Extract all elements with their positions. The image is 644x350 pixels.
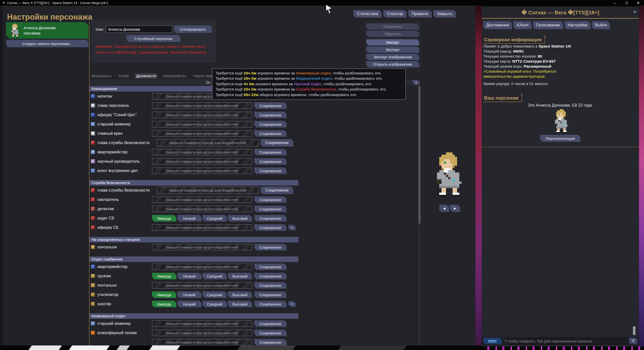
job-loadout-button[interactable]: Снаряжение: [254, 273, 287, 279]
job-loadout-button[interactable]: Снаряжение: [254, 149, 287, 155]
job-loadout-button[interactable]: Снаряжение: [254, 196, 287, 203]
priority-button-Низкий[interactable]: Низкий: [177, 215, 202, 222]
text-segment: 20ч 0м: [244, 87, 257, 91]
top-action-закрыть[interactable]: Закрыть: [433, 10, 456, 18]
panel-button-АХелп[interactable]: АХелп: [513, 21, 532, 29]
job-loadout-button[interactable]: Снаряжение: [261, 187, 293, 194]
chevron-down-icon[interactable]: ▼: [288, 301, 296, 307]
job-loadout-button[interactable]: Снаряжение: [254, 291, 287, 298]
new-character-button[interactable]: Создать нового персонажа...: [6, 40, 89, 47]
job-loadout-button[interactable]: Снаряжение: [254, 112, 287, 118]
preview-rotate-left-button[interactable]: ◀: [439, 205, 449, 212]
panel-button-Достижения[interactable]: Достижения: [483, 21, 512, 29]
preview-rotate-right-button[interactable]: ▶: [450, 205, 460, 212]
priority-button-Средний[interactable]: Средний: [203, 291, 227, 298]
name-input[interactable]: [106, 25, 173, 33]
tab-Голос[interactable]: Голос: [117, 73, 131, 79]
job-loadout-button[interactable]: Снаряжение: [254, 167, 287, 174]
job-locked-bar[interactable]: Закрыто (наведите курсор для подробносте…: [152, 206, 252, 212]
minimize-button[interactable]: –: [609, 0, 621, 6]
restore-button[interactable]: [621, 0, 632, 6]
priority-button-Средний[interactable]: Средний: [203, 215, 227, 222]
priority-button-Низкий[interactable]: Низкий: [177, 301, 202, 307]
chat-scrollbar-thumb[interactable]: [633, 326, 635, 335]
job-locked-bar[interactable]: Закрыто (наведите курсор для подробносте…: [152, 130, 252, 137]
chat-filter-button[interactable]: [629, 338, 637, 344]
job-loadout-button[interactable]: Снаряжение: [254, 264, 287, 270]
priority-button-Высокий[interactable]: Высокий: [228, 273, 252, 279]
priority-button-Средний[interactable]: Средний: [203, 301, 227, 307]
panel-button-Голосование[interactable]: Голосование: [533, 21, 563, 29]
io-button[interactable]: Экспорт изображения: [366, 54, 419, 60]
job-loadout-button[interactable]: Снаряжение: [254, 320, 287, 327]
job-locked-bar[interactable]: Закрыто (наведите курсор для подробносте…: [152, 102, 252, 109]
job-loadout-button[interactable]: Снаряжение: [254, 158, 287, 165]
top-action-спонсор[interactable]: Спонсор: [383, 10, 407, 18]
job-loadout-button[interactable]: Снаряжение: [254, 102, 287, 109]
random-character-button[interactable]: Случайный персонаж: [127, 35, 180, 42]
io-button[interactable]: Сбросить: [366, 31, 419, 37]
io-button[interactable]: Импорт: [366, 39, 419, 46]
job-locked-bar[interactable]: Закрыто (наведите курсор для подробносте…: [152, 244, 252, 250]
tooltip-line: Требуется ещё 20ч 0м игрового времени за…: [216, 70, 402, 76]
tab-Внешность[interactable]: Внешность: [90, 73, 113, 79]
job-locked-bar[interactable]: Закрыто (наведите курсор для подробносте…: [152, 167, 252, 174]
job-locked-bar[interactable]: Закрыто (наведите курсор для подробносте…: [152, 112, 252, 118]
chevron-down-icon[interactable]: ▼: [413, 80, 420, 85]
top-action-правила[interactable]: Правила: [408, 10, 432, 18]
job-loadout-button[interactable]: Снаряжение: [254, 206, 287, 212]
job-loadout-button[interactable]: Снаряжение: [254, 301, 287, 307]
generate-name-button[interactable]: Сгенерировать: [174, 25, 212, 33]
job-locked-bar[interactable]: Закрыто (наведите курсор для подробносте…: [157, 139, 259, 147]
job-locked-bar[interactable]: Закрыто (наведите курсор для подробносте…: [152, 330, 252, 336]
priority-button-Никогда[interactable]: Никогда: [152, 273, 176, 279]
job-locked-bar[interactable]: Закрыто (наведите курсор для подробносте…: [152, 158, 252, 165]
priority-button-Никогда[interactable]: Никогда: [152, 291, 176, 298]
chevron-down-icon[interactable]: ▼: [288, 225, 296, 230]
io-button[interactable]: Открыть изображения: [366, 61, 419, 67]
job-loadout-button[interactable]: Снаряжение: [254, 224, 287, 231]
priority-button-Высокий[interactable]: Высокий: [228, 291, 252, 298]
panel-button-Настройки[interactable]: Настройки: [565, 21, 590, 29]
app-icon: ✳: [3, 1, 5, 5]
chat-channel-button[interactable]: ООС: [483, 338, 502, 344]
io-button[interactable]: Экспорт: [366, 47, 419, 53]
job-locked-bar[interactable]: Закрыто (наведите курсор для подробносте…: [152, 196, 252, 203]
job-loadout-button[interactable]: Снаряжение: [254, 339, 287, 345]
job-locked-bar[interactable]: Закрыто (наведите курсор для подробносте…: [152, 121, 252, 127]
job-locked-bar[interactable]: Закрыто (наведите курсор для подробносте…: [157, 187, 259, 194]
priority-button-Никогда[interactable]: Никогда: [152, 215, 176, 222]
job-loadout-button[interactable]: Снаряжение: [254, 244, 287, 250]
close-button[interactable]: ×: [632, 0, 644, 6]
top-action-статистика[interactable]: Статистика: [353, 10, 382, 18]
job-locked-bar[interactable]: Закрыто (наведите курсор для подробносте…: [152, 282, 252, 289]
priority-button-Средний[interactable]: Средний: [203, 273, 227, 279]
priority-button-Низкий[interactable]: Низкий: [177, 291, 202, 298]
jobs-scrollbar-thumb[interactable]: [419, 86, 420, 224]
job-locked-bar[interactable]: Закрыто (наведите курсор для подробносте…: [152, 320, 252, 327]
chat-input[interactable]: Т чтобы говорить, Tab для переключения к…: [504, 339, 626, 343]
job-loadout-button[interactable]: Снаряжение: [254, 121, 287, 127]
priority-button-Высокий[interactable]: Высокий: [228, 301, 252, 307]
io-button[interactable]: Сохранить: [366, 23, 419, 30]
job-loadout-button[interactable]: Снаряжение: [254, 330, 287, 336]
chat-input-bar: ООС Т чтобы говорить, Tab для переключен…: [482, 337, 639, 345]
job-loadout-button[interactable]: Снаряжение: [254, 130, 287, 137]
priority-button-Высокий[interactable]: Высокий: [228, 215, 252, 222]
job-loadout-button[interactable]: Снаряжение: [254, 215, 287, 222]
panel-expand-icon[interactable]: ▶: [634, 9, 637, 14]
character-card[interactable]: Агнесса Долохова пассажир: [6, 22, 89, 39]
job-locked-bar[interactable]: Закрыто (наведите курсор для подробносте…: [152, 224, 252, 231]
job-locked-bar[interactable]: Закрыто (наведите курсор для подробносте…: [152, 339, 252, 345]
panel-button-Выйти[interactable]: Выйти: [592, 21, 610, 29]
tab-Антагонисты[interactable]: Антагонисты: [162, 73, 188, 79]
job-locked-bar[interactable]: Закрыто (наведите курсор для подробносте…: [152, 264, 252, 270]
tab-Должности[interactable]: Должности: [135, 73, 157, 79]
priority-button-Никогда[interactable]: Никогда: [152, 301, 176, 307]
jobs-scrollbar[interactable]: [418, 86, 421, 346]
job-loadout-button[interactable]: Снаряжение: [254, 282, 287, 289]
priority-button-Низкий[interactable]: Низкий: [177, 273, 202, 279]
job-locked-bar[interactable]: Закрыто (наведите курсор для подробносте…: [152, 149, 252, 155]
personalization-button[interactable]: Персонализация: [540, 135, 580, 142]
job-loadout-button[interactable]: Снаряжение: [261, 139, 293, 147]
